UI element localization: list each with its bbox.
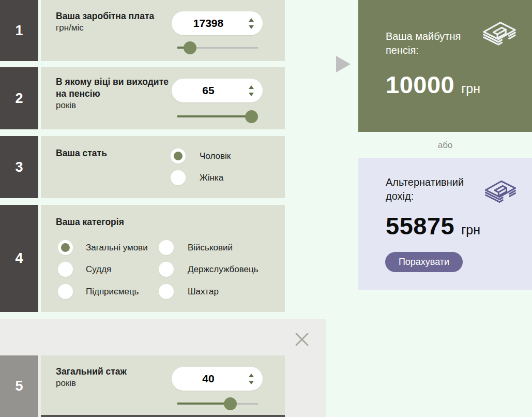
pension-currency: грн bbox=[461, 81, 480, 96]
category-option[interactable]: Держслужбовець bbox=[159, 262, 259, 277]
salary-unit: грн/міс bbox=[56, 22, 176, 34]
spinner-down-icon[interactable] bbox=[249, 25, 254, 29]
salary-spinner[interactable]: 17398 bbox=[172, 11, 263, 35]
category-option[interactable]: Військовий bbox=[159, 240, 233, 255]
arrow-right-icon bbox=[336, 56, 351, 72]
salary-slider[interactable] bbox=[177, 41, 258, 54]
age-unit: років bbox=[56, 100, 176, 112]
calculate-button[interactable]: Порахувати bbox=[385, 252, 463, 272]
section-number-badge: 5 bbox=[0, 355, 38, 417]
section-number-badge: 2 bbox=[0, 67, 38, 129]
category-option[interactable]: Підприємець bbox=[58, 284, 139, 299]
next-section-edge bbox=[41, 415, 285, 417]
experience-slider[interactable] bbox=[177, 397, 258, 410]
category-option[interactable]: Загальні умови bbox=[58, 240, 148, 255]
experience-unit: років bbox=[56, 378, 176, 390]
or-label: або bbox=[358, 140, 532, 151]
section-number-badge: 4 bbox=[0, 205, 38, 312]
slider-thumb[interactable] bbox=[224, 397, 237, 410]
spinner-up-icon[interactable] bbox=[249, 18, 254, 22]
radio-miner[interactable] bbox=[159, 284, 174, 299]
radio-general[interactable] bbox=[58, 240, 73, 255]
section-salary-panel: Ваша заробітна плата грн/міс 17398 bbox=[41, 0, 285, 61]
category-title: Ваша категорія bbox=[56, 216, 176, 228]
section-number-badge: 1 bbox=[0, 0, 38, 61]
section-category-panel: Ваша категорія Загальні умови Військовий… bbox=[41, 205, 285, 312]
section-salary: 1 Ваша заробітна плата грн/міс 17398 bbox=[0, 0, 285, 61]
spinner-down-icon[interactable] bbox=[249, 93, 254, 96]
radio-military[interactable] bbox=[159, 240, 174, 255]
pension-amount: 10000 bbox=[386, 70, 454, 99]
alternative-amount: 55875 bbox=[386, 212, 454, 240]
section-age: 2 В якому віці ви виходите на пенсію рок… bbox=[0, 67, 285, 129]
pension-result-panel: Ваша майбутня пенсія: 10000 грн bbox=[358, 0, 532, 132]
radio-female-label: Жінка bbox=[200, 173, 223, 183]
pension-result-title: Ваша майбутня пенсія: bbox=[386, 29, 481, 57]
salary-title: Ваша заробітна плата bbox=[56, 10, 176, 22]
alternative-income-panel: Альтернативний дохід: 55875 грн Порахува… bbox=[358, 158, 532, 290]
slider-fill bbox=[177, 115, 252, 117]
gender-option-male[interactable]: Чоловік bbox=[171, 148, 231, 163]
section-age-panel: В якому віці ви виходите на пенсію років… bbox=[41, 67, 285, 129]
section-experience-panel: Загальний стаж років 40 bbox=[41, 355, 285, 417]
spinner-down-icon[interactable] bbox=[249, 381, 254, 384]
experience-spinner[interactable]: 40 bbox=[172, 367, 263, 391]
pension-calculator-page: 1 Ваша заробітна плата грн/міс 17398 2 bbox=[0, 0, 532, 417]
gender-option-female[interactable]: Жінка bbox=[171, 170, 223, 185]
close-icon[interactable] bbox=[295, 332, 309, 347]
age-spinner[interactable]: 65 bbox=[172, 79, 263, 102]
spinner-up-icon[interactable] bbox=[249, 374, 254, 377]
category-option[interactable]: Суддя bbox=[58, 262, 111, 277]
alternative-currency: грн bbox=[461, 222, 480, 237]
age-slider[interactable] bbox=[177, 110, 258, 123]
section-category: 4 Ваша категорія Загальні умови Військов… bbox=[0, 205, 285, 312]
alternative-title: Альтернативний дохід: bbox=[386, 175, 489, 203]
experience-title: Загальний стаж bbox=[56, 366, 176, 378]
radio-civil-servant[interactable] bbox=[159, 262, 174, 277]
money-stack-icon bbox=[483, 177, 518, 204]
spinner-up-icon[interactable] bbox=[249, 85, 254, 89]
money-stack-icon bbox=[481, 19, 518, 47]
radio-male-label: Чоловік bbox=[200, 151, 231, 161]
age-title: В якому віці ви виходите на пенсію bbox=[56, 76, 176, 100]
slider-thumb[interactable] bbox=[245, 110, 258, 123]
category-option[interactable]: Шахтар bbox=[159, 284, 219, 299]
radio-entrepreneur[interactable] bbox=[58, 284, 73, 299]
section-number-badge: 3 bbox=[0, 136, 38, 198]
section-gender-panel: Ваша стать Чоловік Жінка bbox=[41, 136, 285, 198]
section-gender: 3 Ваша стать Чоловік Жінка bbox=[0, 136, 285, 198]
gender-title: Ваша стать bbox=[56, 147, 176, 159]
radio-male[interactable] bbox=[171, 148, 186, 163]
radio-judge[interactable] bbox=[58, 262, 73, 277]
radio-female[interactable] bbox=[171, 170, 186, 185]
section-experience: 5 Загальний стаж років 40 bbox=[0, 355, 285, 417]
slider-fill bbox=[177, 403, 231, 405]
slider-thumb[interactable] bbox=[184, 41, 196, 54]
